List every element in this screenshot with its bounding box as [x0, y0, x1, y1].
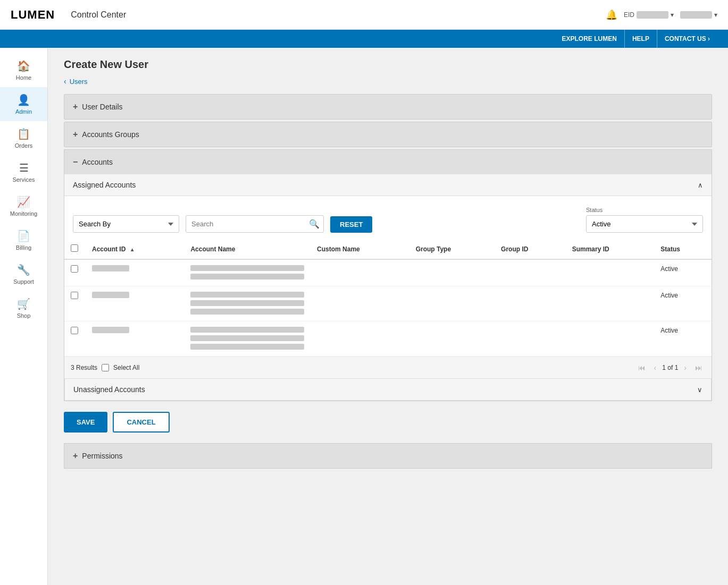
- row3-account-name-block: [190, 327, 304, 351]
- search-input-wrap: 🔍: [186, 215, 324, 233]
- row1-checkbox[interactable]: [71, 265, 78, 273]
- eid-value: [637, 11, 668, 19]
- eid-selector[interactable]: EID ▾: [624, 11, 674, 19]
- account-selector[interactable]: ▾: [680, 11, 717, 19]
- table-header-account-id[interactable]: Account ID ▲: [86, 239, 184, 259]
- sort-icon: ▲: [130, 247, 135, 252]
- table-header-group-id[interactable]: Group ID: [495, 239, 566, 259]
- select-all-checkbox[interactable]: [71, 244, 78, 252]
- sidebar-item-monitoring[interactable]: 📈 Monitoring: [0, 189, 47, 223]
- pagination-center: ⏮ ‹ 1 of 1 › ⏭: [635, 362, 705, 373]
- breadcrumb-back-icon: ‹: [64, 77, 66, 86]
- explore-lumen-link[interactable]: EXPLORE LUMEN: [555, 30, 625, 48]
- row3-custom-name: [311, 321, 409, 357]
- row1-account-id-value: [92, 265, 129, 272]
- table-header-status[interactable]: Status: [654, 239, 712, 259]
- breadcrumb-users-link[interactable]: Users: [70, 78, 88, 86]
- sidebar-item-support[interactable]: 🔧 Support: [0, 257, 47, 291]
- row2-checkbox[interactable]: [71, 292, 78, 299]
- first-page-button[interactable]: ⏮: [635, 362, 648, 373]
- row2-group-type: [409, 286, 495, 321]
- next-page-button[interactable]: ›: [681, 362, 689, 373]
- home-icon: 🏠: [17, 60, 30, 72]
- sidebar-item-home[interactable]: 🏠 Home: [0, 53, 47, 87]
- help-link[interactable]: HELP: [625, 30, 657, 48]
- search-by-group: Search By Account ID Account Name: [73, 215, 179, 233]
- sidebar-label-admin: Admin: [15, 108, 32, 115]
- row3-name-line1: [190, 327, 304, 333]
- assigned-accounts-collapse-icon: ∧: [698, 181, 703, 189]
- search-by-select[interactable]: Search By Account ID Account Name: [73, 215, 179, 233]
- row2-summary-id: [566, 286, 655, 321]
- table-header-custom-name[interactable]: Custom Name: [311, 239, 409, 259]
- sidebar-label-shop: Shop: [17, 312, 31, 319]
- sidebar-item-services[interactable]: ☰ Services: [0, 155, 47, 189]
- last-page-button[interactable]: ⏭: [692, 362, 705, 373]
- unassigned-accounts-title: Unassigned Accounts: [73, 385, 145, 394]
- user-details-header[interactable]: + User Details: [64, 95, 712, 119]
- table-header-group-type[interactable]: Group Type: [409, 239, 495, 259]
- top-navigation: LUMEN Control Center 🔔 EID ▾ ▾: [0, 0, 728, 30]
- table-header-summary-id[interactable]: Summary ID: [566, 239, 655, 259]
- assigned-accounts-header[interactable]: Assigned Accounts ∧: [64, 174, 712, 196]
- status-select[interactable]: Active Inactive All: [586, 215, 703, 233]
- notification-bell-icon[interactable]: 🔔: [606, 9, 617, 21]
- prev-page-button[interactable]: ‹: [651, 362, 659, 373]
- row1-account-name-block: [190, 265, 304, 281]
- row2-account-name-block: [190, 292, 304, 316]
- sidebar-item-billing[interactable]: 📄 Billing: [0, 223, 47, 257]
- table-row: Active: [64, 259, 712, 286]
- table-row: Active: [64, 321, 712, 357]
- select-all-pagination-checkbox[interactable]: [102, 364, 109, 371]
- cancel-button[interactable]: CANCEL: [113, 412, 169, 433]
- table-row: Active: [64, 286, 712, 321]
- contact-us-link[interactable]: CONTACT US ›: [657, 30, 717, 48]
- row2-group-id: [495, 286, 566, 321]
- top-nav-right: 🔔 EID ▾ ▾: [606, 9, 717, 21]
- sidebar-item-shop[interactable]: 🛒 Shop: [0, 291, 47, 325]
- accounts-header[interactable]: − Accounts: [64, 150, 712, 174]
- row1-name-line2: [190, 274, 304, 279]
- row3-group-type: [409, 321, 495, 357]
- admin-icon: 👤: [17, 94, 30, 106]
- table-header-account-name[interactable]: Account Name: [184, 239, 311, 259]
- accounts-section: − Accounts Assigned Accounts ∧ Search By…: [64, 149, 712, 401]
- search-submit-icon[interactable]: 🔍: [309, 219, 320, 229]
- unassigned-accounts-header[interactable]: Unassigned Accounts ∨: [65, 379, 711, 400]
- row3-checkbox[interactable]: [71, 327, 78, 334]
- sidebar-label-orders: Orders: [15, 142, 33, 149]
- logo: LUMEN: [11, 8, 55, 22]
- row1-account-id: [86, 259, 184, 286]
- main-content: Create New User ‹ Users + User Details +…: [48, 48, 728, 585]
- save-button[interactable]: SAVE: [64, 412, 107, 433]
- row3-group-id: [495, 321, 566, 357]
- filter-row: Search By Account ID Account Name 🔍 RESE…: [64, 196, 712, 239]
- billing-icon: 📄: [17, 230, 30, 242]
- assigned-accounts-title: Assigned Accounts: [73, 181, 136, 189]
- row3-account-name: [184, 321, 311, 357]
- permissions-label: Permissions: [82, 452, 122, 460]
- action-buttons: SAVE CANCEL: [64, 412, 712, 433]
- row1-checkbox-cell: [64, 259, 86, 286]
- user-details-label: User Details: [82, 103, 122, 111]
- unassigned-accounts-expand-icon: ∨: [697, 386, 702, 394]
- row2-name-line2: [190, 300, 304, 306]
- search-input[interactable]: [186, 215, 324, 233]
- sidebar-item-orders[interactable]: 📋 Orders: [0, 121, 47, 155]
- breadcrumb: ‹ Users: [64, 77, 712, 86]
- page-title: Create New User: [64, 58, 712, 71]
- permissions-header[interactable]: + Permissions: [64, 444, 712, 468]
- row1-name-line1: [190, 265, 304, 271]
- shop-icon: 🛒: [17, 298, 30, 310]
- reset-button[interactable]: RESET: [330, 216, 372, 233]
- sidebar-item-admin[interactable]: 👤 Admin: [0, 87, 47, 121]
- sidebar: 🏠 Home 👤 Admin 📋 Orders ☰ Services 📈 Mon…: [0, 48, 48, 585]
- row3-account-id: [86, 321, 184, 357]
- permissions-section: + Permissions: [64, 443, 712, 469]
- row3-name-line2: [190, 335, 304, 341]
- accounts-groups-header[interactable]: + Accounts Groups: [64, 122, 712, 147]
- sidebar-label-monitoring: Monitoring: [10, 210, 37, 217]
- sidebar-label-support: Support: [13, 278, 34, 285]
- permissions-expand-icon: +: [73, 451, 78, 461]
- accounts-groups-section: + Accounts Groups: [64, 122, 712, 147]
